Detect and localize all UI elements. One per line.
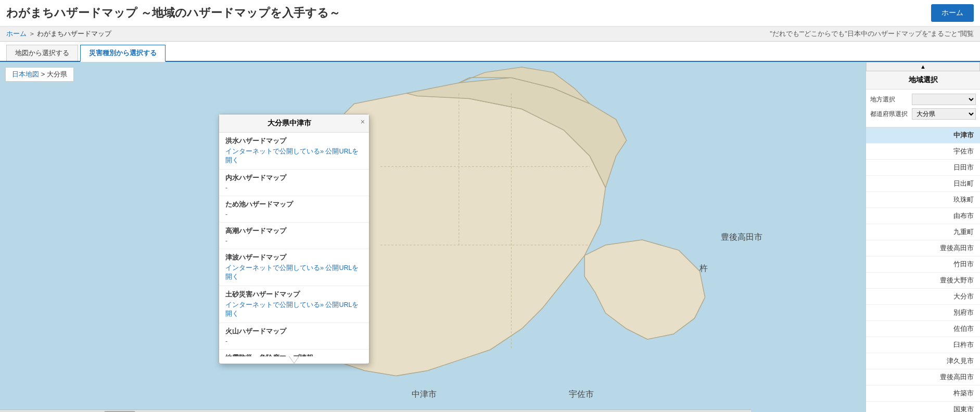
tab-disaster[interactable]: 災害種別から選択する [80,45,166,62]
tab-map[interactable]: 地図から選択する [6,45,78,61]
popup-section-inner-water: 内水ハザードマップ - [219,170,369,196]
map-breadcrumb-separator: > [41,70,47,78]
popup-sediment-link[interactable]: インターネットで公開している» 公開URLを開く [225,301,359,317]
map-breadcrumb: 日本地図 > 大分県 [5,67,74,82]
svg-text:杵: 杵 [699,263,708,273]
popup-close-button[interactable]: × [361,118,365,126]
region-selector-row: 地方選択 [870,94,976,105]
prefecture-selector-row: 都道府県選択 大分県 [870,108,976,120]
popup-section-tsunami: 津波ハザードマップ インターネットで公開している» 公開URLを開く [219,249,369,286]
popup-volcano-content: - [225,338,363,345]
city-item[interactable]: 日田市 [866,160,980,176]
prefecture-label: 都道府県選択 [870,110,912,119]
popup-sediment-content: インターネットで公開している» 公開URLを開く [225,301,363,318]
city-item[interactable]: 大分市 [866,289,980,305]
breadcrumb: ホーム ＞ わがまちハザードマップ [6,29,111,38]
popup-pond-content: - [225,211,363,218]
region-label: 地方選択 [870,95,912,104]
city-item[interactable]: 日出町 [866,176,980,192]
city-item[interactable]: 津久見市 [866,353,980,369]
header: わがまちハザードマップ ～地域のハザードマップを入手する～ ホーム [0,0,980,27]
city-item[interactable]: 豊後大野市 [866,273,980,289]
popup-body: 洪水ハザードマップ インターネットで公開している» 公開URLを開く 内水ハザー… [219,133,369,356]
popup-tsunami-link[interactable]: インターネットで公開している» 公開URLを開く [225,264,359,280]
sidebar-scroll-up-button[interactable]: ▲ [866,62,980,71]
city-item[interactable]: 豊後高田市 [866,369,980,385]
popup-section-earthquake: 地震防災・危険度マップ情報 » 地震防災・危険度マップ情報を表示 [219,350,369,356]
popup-volcano-title: 火山ハザードマップ [225,327,363,336]
map-breadcrumb-japan[interactable]: 日本地図 [12,70,39,78]
popup-section-high-tide: 高潮ハザードマップ - [219,223,369,249]
city-item[interactable]: 九重町 [866,224,980,240]
popup-sediment-title: 土砂災害ハザードマップ [225,290,363,299]
region-select[interactable] [912,94,976,105]
breadcrumb-separator: ＞ [29,30,35,37]
city-item[interactable]: 豊後高田市 [866,240,980,256]
popup-high-tide-title: 高潮ハザードマップ [225,227,363,236]
popup-header: 大分県中津市 × [219,114,369,133]
map-area[interactable]: 日本地図 > 大分県 中津市 宇佐市 杵 豊後高田市 [0,62,866,412]
popup-title: 大分県中津市 [268,119,311,127]
popup-section-pond: ため池ハザードマップ - [219,196,369,223]
city-list: 中津市宇佐市日田市日出町玖珠町由布市九重町豊後高田市竹田市豊後大野市大分市別府市… [866,127,980,412]
svg-marker-2 [584,240,705,339]
popup-tsunami-content: インターネットで公開している» 公開URLを開く [225,264,363,281]
popup-tsunami-title: 津波ハザードマップ [225,253,363,262]
nav-tabs: 地図から選択する 災害種別から選択する [0,42,980,62]
page-title: わがまちハザードマップ ～地域のハザードマップを入手する～ [6,5,340,21]
svg-text:宇佐市: 宇佐市 [569,389,594,398]
breadcrumb-bar: ホーム ＞ わがまちハザードマップ "だれでも""どこからでも"日本中のハザード… [0,27,980,42]
popup-high-tide-content: - [225,237,363,244]
main-area: 日本地図 > 大分県 中津市 宇佐市 杵 豊後高田市 [0,62,980,412]
sidebar: ▲ 地域選択 地方選択 都道府県選択 大分県 中津市宇佐市日田市日出町玖珠町由布… [866,62,980,412]
sidebar-title: 地域選択 [866,71,980,89]
popup-flood-content: インターネットで公開している» 公開URLを開く [225,147,363,165]
popup-tail [289,356,299,364]
popup-pond-title: ため池ハザードマップ [225,200,363,209]
city-item[interactable]: 杵築市 [866,385,980,402]
city-item[interactable]: 玖珠町 [866,192,980,208]
popup-section-volcano: 火山ハザードマップ - [219,323,369,350]
breadcrumb-home-link[interactable]: ホーム [6,30,27,37]
city-item[interactable]: 由布市 [866,208,980,224]
home-button[interactable]: ホーム [931,4,974,22]
popup-inner-water-title: 内水ハザードマップ [225,174,363,183]
city-item[interactable]: 臼杵市 [866,337,980,353]
svg-text:中津市: 中津市 [412,389,437,398]
prefecture-select[interactable]: 大分県 [912,108,976,120]
city-item[interactable]: 佐伯市 [866,321,980,337]
svg-text:豊後高田市: 豊後高田市 [721,232,762,241]
region-selectors: 地方選択 都道府県選択 大分県 [866,89,980,127]
popup-flood-link[interactable]: インターネットで公開している» 公開URLを開く [225,148,359,164]
tagline: "だれでも""どこからでも"日本中のハザードマップを"まるごと"閲覧 [770,29,974,38]
city-item[interactable]: 竹田市 [866,256,980,273]
popup: 大分県中津市 × 洪水ハザードマップ インターネットで公開している» 公開URL… [219,114,370,364]
popup-flood-title: 洪水ハザードマップ [225,137,363,146]
bottom-scrollbar[interactable] [0,409,751,412]
city-item[interactable]: 中津市 [866,127,980,144]
popup-section-sediment: 土砂災害ハザードマップ インターネットで公開している» 公開URLを開く [219,286,369,323]
city-item[interactable]: 国東市 [866,402,980,412]
city-item[interactable]: 宇佐市 [866,144,980,160]
map-svg: 中津市 宇佐市 杵 豊後高田市 [0,62,866,412]
map-breadcrumb-prefecture: 大分県 [47,70,67,78]
breadcrumb-current: わがまちハザードマップ [37,30,111,37]
city-item[interactable]: 別府市 [866,305,980,321]
popup-section-flood: 洪水ハザードマップ インターネットで公開している» 公開URLを開く [219,133,369,170]
popup-inner-water-content: - [225,184,363,191]
